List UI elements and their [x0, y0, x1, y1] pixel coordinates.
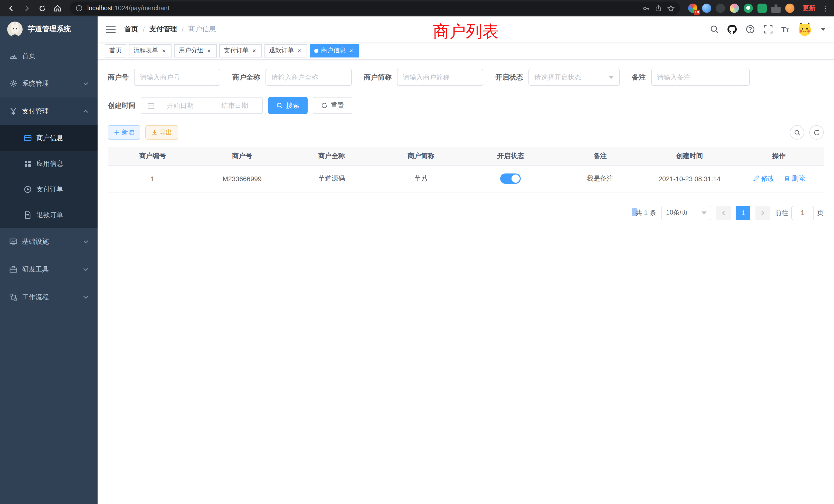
chevron-down-icon — [83, 296, 88, 299]
tab-process-form[interactable]: 流程表单 — [129, 44, 172, 57]
breadcrumb-home[interactable]: 首页 — [124, 25, 138, 34]
top-navbar: 首页 支付管理 商户信息 商户列表 — [97, 17, 834, 42]
merchant-short-name-input[interactable] — [397, 69, 483, 86]
sidebar-logo: 芋道管理系统 — [0, 17, 97, 42]
breadcrumb-separator — [143, 25, 145, 33]
home-icon[interactable] — [51, 2, 64, 14]
merchant-no-input-field[interactable] — [140, 73, 214, 81]
merchant-name-input-field[interactable] — [271, 73, 345, 81]
field-label: 商户号 — [108, 73, 129, 82]
delete-link[interactable]: 删除 — [784, 174, 805, 183]
end-date-placeholder[interactable]: 结束日期 — [213, 101, 257, 110]
sidebar-toggle-icon[interactable] — [106, 24, 116, 35]
sidebar-item-merchant-info[interactable]: 商户信息 — [0, 125, 97, 151]
field-label: 开启状态 — [495, 73, 523, 82]
next-page-button[interactable] — [755, 206, 770, 220]
close-icon[interactable] — [296, 47, 303, 54]
reload-icon[interactable] — [36, 2, 48, 14]
remark-input-field[interactable] — [657, 73, 743, 81]
extension-badge: 10 — [694, 10, 700, 15]
close-icon[interactable] — [206, 47, 212, 54]
sidebar-item-system[interactable]: 系统管理 — [0, 70, 97, 97]
extension-icon[interactable] — [716, 4, 725, 13]
chevron-down-icon — [83, 82, 88, 85]
refresh-icon[interactable] — [809, 125, 824, 140]
password-key-icon[interactable] — [642, 4, 650, 12]
start-date-placeholder[interactable]: 开始日期 — [158, 101, 202, 110]
tab-merchant-info[interactable]: 商户信息 — [310, 44, 359, 57]
font-size-icon[interactable]: TT — [781, 25, 789, 33]
extension-icon[interactable]: 10 — [688, 4, 697, 13]
address-bar[interactable]: localhost:1024/pay/merchant — [70, 2, 680, 15]
sidebar-item-infrastructure[interactable]: 基础设施 — [0, 228, 97, 256]
tab-label: 用户分组 — [179, 46, 203, 55]
export-button[interactable]: 导出 — [145, 125, 178, 140]
sidebar-item-payment-orders[interactable]: 支付订单 — [0, 177, 97, 202]
status-select[interactable]: 请选择开启状态 — [528, 69, 620, 86]
reset-button[interactable]: 重置 — [313, 97, 352, 114]
back-icon[interactable] — [5, 2, 18, 14]
search-button[interactable]: 搜索 — [268, 97, 308, 114]
chrome-update-button[interactable]: 更新 — [799, 4, 818, 13]
page-number-button[interactable]: 1 — [736, 206, 750, 220]
date-range-picker[interactable]: 开始日期 - 结束日期 — [141, 97, 263, 114]
prev-page-button[interactable] — [717, 206, 731, 220]
profile-avatar-icon[interactable] — [785, 4, 794, 13]
sidebar-item-payment[interactable]: 支付管理 — [0, 97, 97, 125]
remark-input[interactable] — [651, 69, 749, 86]
extension-icon[interactable] — [730, 4, 739, 13]
avatar-dropdown-caret[interactable] — [821, 28, 826, 31]
table-row[interactable]: 1 M233666999 芋道源码 芋艿 我是备注 2021-10-23 08:… — [108, 165, 824, 192]
toolbox-icon — [9, 265, 18, 274]
github-icon[interactable] — [727, 24, 737, 34]
fullscreen-icon[interactable] — [763, 24, 773, 34]
extensions-puzzle-icon[interactable] — [771, 4, 781, 13]
edit-link[interactable]: 修改 — [753, 174, 774, 183]
status-toggle[interactable] — [500, 174, 521, 184]
filter-status: 开启状态 请选择开启状态 — [495, 69, 620, 86]
extension-icon[interactable] — [744, 4, 753, 13]
goto-page-input-field[interactable] — [794, 209, 811, 216]
browser-menu-icon[interactable] — [822, 4, 829, 12]
help-icon[interactable] — [745, 24, 755, 34]
tab-refund-orders[interactable]: 退款订单 — [264, 44, 307, 57]
merchant-no-input[interactable] — [134, 69, 220, 86]
tab-user-group[interactable]: 用户分组 — [174, 44, 217, 57]
extension-icon[interactable] — [758, 4, 767, 13]
extensions-area: 10 — [686, 4, 796, 13]
sidebar-item-workflow[interactable]: 工作流程 — [0, 283, 97, 311]
extension-icon[interactable] — [702, 4, 711, 13]
field-label: 备注 — [632, 73, 646, 82]
sidebar-item-home[interactable]: 首页 — [0, 42, 97, 70]
breadcrumb-section[interactable]: 支付管理 — [150, 25, 177, 34]
sidebar-item-app-info[interactable]: 应用信息 — [0, 151, 97, 177]
cell-merchant-id: 1 — [108, 165, 197, 192]
close-icon[interactable] — [251, 47, 257, 54]
col-header: 备注 — [555, 147, 645, 165]
goto-page-input[interactable] — [791, 206, 814, 220]
merchant-name-input[interactable] — [265, 69, 352, 86]
merchant-short-name-input-field[interactable] — [403, 73, 477, 81]
sidebar-item-dev-tools[interactable]: 研发工具 — [0, 256, 97, 283]
logo-avatar — [7, 22, 23, 37]
add-button[interactable]: 新增 — [108, 125, 140, 140]
cell-full-name: 芋道源码 — [287, 165, 376, 192]
merchant-table: 商户编号 商户号 商户全称 商户简称 开启状态 备注 创建时间 操作 1 — [108, 147, 824, 192]
col-header: 操作 — [734, 147, 824, 165]
show-search-icon[interactable] — [790, 125, 804, 140]
forward-icon[interactable] — [21, 2, 33, 14]
tab-payment-orders[interactable]: 支付订单 — [219, 44, 262, 57]
sidebar-item-label: 研发工具 — [22, 265, 49, 274]
search-icon[interactable] — [709, 24, 719, 34]
bookmark-star-icon[interactable] — [666, 4, 675, 12]
user-avatar[interactable] — [797, 22, 812, 37]
page-size-select[interactable]: 10条/页 — [661, 206, 711, 220]
cell-status — [466, 165, 555, 192]
chevron-down-icon — [83, 268, 88, 271]
sidebar-item-refund-orders[interactable]: 退款订单 — [0, 202, 97, 228]
share-icon[interactable] — [654, 4, 662, 12]
page-info-icon[interactable] — [75, 4, 83, 12]
tab-home[interactable]: 首页 — [105, 44, 126, 57]
close-icon[interactable] — [161, 47, 167, 54]
close-icon[interactable] — [348, 47, 354, 54]
